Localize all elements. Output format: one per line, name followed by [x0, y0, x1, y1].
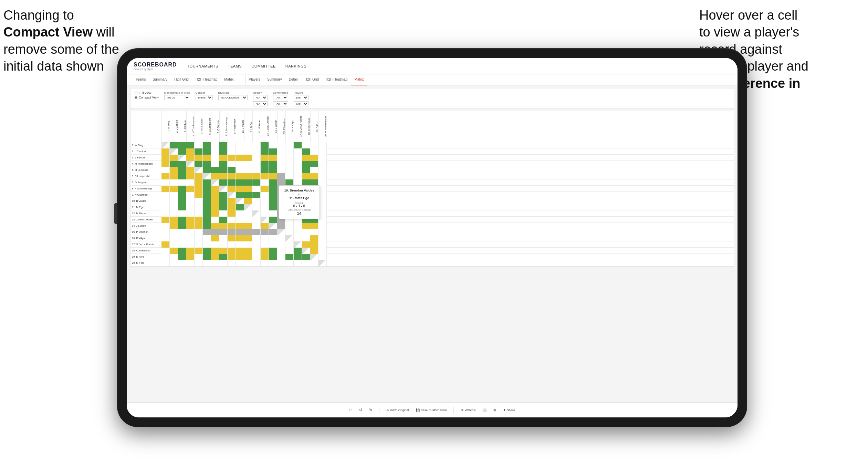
matrix-cell[interactable] — [186, 155, 195, 161]
conference-select2[interactable]: (All) — [273, 101, 288, 106]
matrix-cell[interactable] — [269, 155, 277, 161]
matrix-cell[interactable] — [161, 229, 170, 235]
matrix-cell[interactable] — [252, 148, 261, 155]
matrix-cell[interactable] — [244, 148, 252, 155]
matrix-cell[interactable] — [236, 167, 244, 173]
tab-players-matrix[interactable]: Matrix — [351, 74, 367, 85]
matrix-cell[interactable] — [186, 260, 195, 266]
matrix-cell[interactable] — [211, 173, 219, 179]
matrix-cell[interactable] — [211, 142, 219, 148]
matrix-cell[interactable] — [310, 142, 318, 148]
nav-tournaments[interactable]: TOURNAMENTS — [187, 64, 218, 68]
matrix-cell[interactable] — [261, 254, 269, 260]
matrix-cell[interactable] — [195, 223, 203, 229]
matrix-cell[interactable] — [261, 173, 269, 179]
matrix-cell[interactable] — [261, 148, 269, 155]
matrix-cell[interactable] — [161, 142, 170, 148]
matrix-cell[interactable] — [269, 142, 277, 148]
matrix-cell[interactable] — [161, 173, 170, 179]
matrix-cell[interactable] — [170, 173, 178, 179]
players-select[interactable]: (All) — [294, 95, 308, 100]
matrix-cell[interactable] — [203, 148, 211, 155]
matrix-cell[interactable] — [178, 229, 186, 235]
matrix-cell[interactable] — [244, 192, 252, 198]
matrix-cell[interactable] — [219, 217, 228, 223]
matrix-cell[interactable] — [269, 241, 277, 248]
matrix-cell[interactable] — [178, 210, 186, 217]
matrix-cell[interactable] — [170, 260, 178, 266]
matrix-cell[interactable] — [186, 210, 195, 217]
matrix-cell[interactable] — [261, 161, 269, 167]
region-select2[interactable]: N/A — [253, 101, 268, 106]
matrix-cell[interactable] — [277, 173, 285, 179]
matrix-cell[interactable] — [294, 161, 302, 167]
matrix-cell[interactable] — [203, 204, 211, 210]
matrix-cell[interactable] — [294, 254, 302, 260]
matrix-cell[interactable] — [236, 148, 244, 155]
matrix-cell[interactable] — [195, 167, 203, 173]
matrix-cell[interactable] — [203, 161, 211, 167]
matrix-cell[interactable] — [170, 161, 178, 167]
matrix-cell[interactable] — [285, 260, 294, 266]
matrix-cell[interactable] — [178, 248, 186, 254]
matrix-cell[interactable] — [170, 229, 178, 235]
matrix-cell[interactable] — [252, 235, 261, 241]
matrix-cell[interactable] — [161, 161, 170, 167]
matrix-cell[interactable] — [277, 248, 285, 254]
matrix-cell[interactable] — [310, 155, 318, 161]
matrix-cell[interactable] — [211, 241, 219, 248]
matrix-cell[interactable] — [186, 167, 195, 173]
matrix-cell[interactable] — [244, 254, 252, 260]
matrix-cell[interactable] — [170, 248, 178, 254]
matrix-cell[interactable] — [170, 142, 178, 148]
matrix-cell[interactable] — [244, 155, 252, 161]
matrix-cell[interactable] — [285, 142, 294, 148]
matrix-cell[interactable] — [269, 229, 277, 235]
matrix-cell[interactable] — [252, 173, 261, 179]
matrix-cell[interactable] — [277, 223, 285, 229]
matrix-cell[interactable] — [302, 223, 310, 229]
matrix-cell[interactable] — [170, 148, 178, 155]
matrix-cell[interactable] — [269, 260, 277, 266]
matrix-cell[interactable] — [178, 204, 186, 210]
matrix-cell[interactable] — [203, 254, 211, 260]
matrix-cell[interactable] — [186, 142, 195, 148]
matrix-cell[interactable] — [228, 241, 236, 248]
tab-teams[interactable]: Teams — [132, 74, 149, 85]
nav-committee[interactable]: COMMITTEE — [251, 64, 276, 68]
matrix-cell[interactable] — [236, 204, 244, 210]
matrix-cell[interactable] — [236, 192, 244, 198]
division-select[interactable]: NCAA Division I — [218, 95, 248, 100]
matrix-cell[interactable] — [186, 173, 195, 179]
matrix-cell[interactable] — [318, 254, 327, 260]
matrix-cell[interactable] — [302, 260, 310, 266]
matrix-cell[interactable] — [170, 223, 178, 229]
matrix-cell[interactable] — [186, 223, 195, 229]
matrix-cell[interactable] — [244, 241, 252, 248]
matrix-cell[interactable] — [302, 142, 310, 148]
matrix-cell[interactable] — [170, 186, 178, 192]
matrix-cell[interactable] — [261, 260, 269, 266]
matrix-cell[interactable] — [186, 192, 195, 198]
matrix-cell[interactable] — [261, 179, 269, 186]
undo-button[interactable]: ↩ — [349, 408, 352, 412]
matrix-cell[interactable] — [244, 204, 252, 210]
matrix-cell[interactable] — [244, 248, 252, 254]
matrix-cell[interactable] — [228, 210, 236, 217]
matrix-cell[interactable] — [203, 155, 211, 161]
matrix-cell[interactable] — [228, 223, 236, 229]
nav-rankings[interactable]: RANKINGS — [285, 64, 306, 68]
matrix-cell[interactable] — [294, 229, 302, 235]
matrix-cell[interactable] — [228, 179, 236, 186]
matrix-cell[interactable] — [252, 179, 261, 186]
matrix-cell[interactable] — [285, 179, 294, 186]
watch-button[interactable]: 👁 Watch ▾ — [461, 408, 476, 412]
matrix-cell[interactable] — [310, 167, 318, 173]
matrix-cell[interactable] — [261, 210, 269, 217]
tab-matrix[interactable]: Matrix — [221, 74, 237, 85]
matrix-cell[interactable] — [219, 167, 228, 173]
matrix-cell[interactable] — [178, 142, 186, 148]
matrix-cell[interactable] — [294, 167, 302, 173]
matrix-cell[interactable] — [302, 161, 310, 167]
share-panel-button[interactable]: ⬜ — [483, 408, 487, 412]
